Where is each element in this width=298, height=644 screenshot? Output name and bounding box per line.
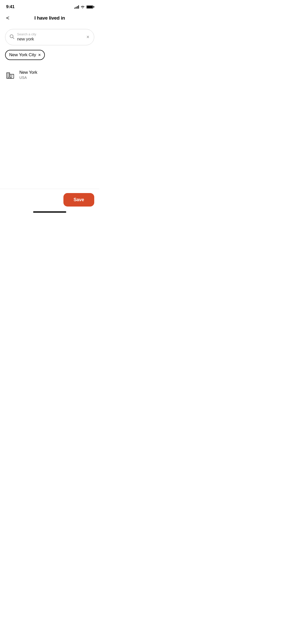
result-text: New York USA: [19, 70, 37, 80]
battery-icon: [86, 5, 93, 9]
home-indicator: [33, 211, 66, 213]
list-item[interactable]: New York USA: [0, 66, 99, 83]
signal-icon: [74, 5, 79, 9]
search-icon: [9, 34, 15, 40]
status-bar: 9:41: [0, 0, 99, 12]
svg-rect-10: [10, 75, 11, 76]
clear-search-button[interactable]: ×: [86, 34, 90, 40]
svg-rect-15: [10, 77, 11, 78]
svg-rect-12: [10, 76, 11, 77]
search-input-area[interactable]: Search a city new york: [17, 32, 83, 42]
results-list: New York USA: [0, 64, 99, 85]
selected-tag[interactable]: New York City ×: [5, 50, 45, 60]
tags-container: New York City ×: [0, 48, 99, 64]
status-time: 9:41: [6, 4, 15, 9]
tag-remove-button[interactable]: ×: [38, 53, 41, 57]
svg-rect-9: [9, 76, 9, 77]
svg-rect-13: [12, 76, 12, 77]
tag-label: New York City: [9, 52, 36, 57]
search-box: Search a city new york ×: [5, 29, 94, 45]
result-country-name: USA: [19, 76, 37, 80]
svg-rect-5: [9, 74, 9, 74]
city-icon: [5, 70, 15, 80]
svg-rect-8: [7, 76, 8, 77]
result-city-name: New York: [19, 70, 37, 75]
back-button[interactable]: <: [5, 14, 10, 22]
search-placeholder: Search a city: [17, 32, 83, 36]
search-container: Search a city new york ×: [0, 25, 99, 48]
svg-rect-7: [9, 75, 9, 76]
page-title: I have lived in: [34, 15, 65, 21]
save-button[interactable]: Save: [63, 193, 94, 207]
page-header: < I have lived in: [0, 12, 99, 25]
svg-rect-11: [12, 75, 12, 76]
svg-rect-14: [8, 77, 9, 78]
svg-rect-6: [7, 75, 8, 76]
search-value: new york: [17, 36, 83, 42]
svg-line-1: [13, 37, 14, 39]
bottom-bar: Save: [0, 189, 99, 215]
svg-rect-4: [7, 74, 8, 74]
wifi-icon: [80, 5, 85, 9]
status-icons: [74, 5, 93, 9]
